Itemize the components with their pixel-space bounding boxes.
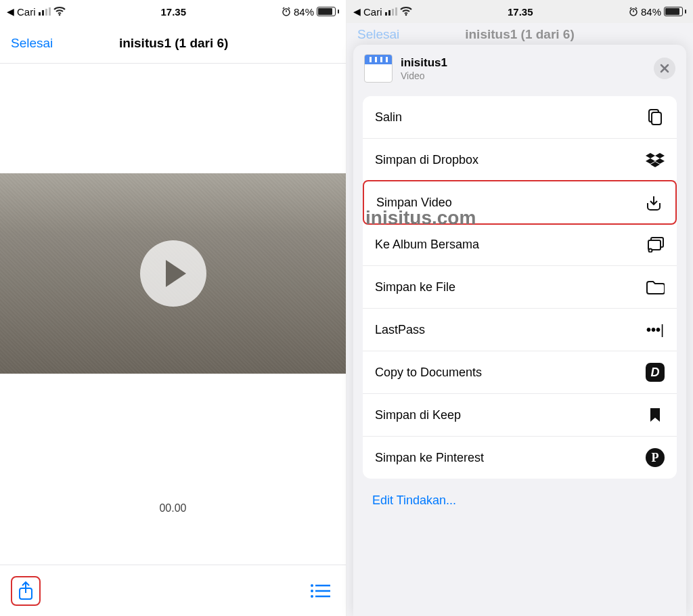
documents-app-icon: D	[646, 363, 665, 382]
back-caret-icon: ◀	[353, 6, 361, 17]
action-label: Simpan di Dropbox	[375, 153, 478, 167]
back-caret-icon: ◀	[7, 6, 14, 17]
video-file-icon	[364, 54, 393, 83]
svg-line-7	[283, 7, 284, 9]
share-button[interactable]	[11, 576, 41, 606]
file-title: inisitus1	[401, 56, 447, 70]
action-label: Simpan ke Pinterest	[375, 451, 484, 465]
svg-line-24	[635, 7, 637, 9]
svg-line-23	[630, 7, 631, 9]
action-label: Copy to Documents	[375, 366, 482, 380]
bookmark-icon	[646, 405, 665, 424]
action-lastpass[interactable]: LastPass•••|	[363, 309, 677, 351]
svg-point-20	[405, 14, 407, 16]
dropbox-icon	[646, 150, 665, 169]
svg-rect-19	[395, 7, 397, 16]
bottom-toolbar	[0, 565, 346, 616]
action-list: SalinSimpan di DropboxSimpan VideoKe Alb…	[363, 96, 677, 479]
download-icon	[644, 193, 663, 212]
action-dropbox[interactable]: Simpan di Dropbox	[363, 139, 677, 181]
battery-pct: 84%	[294, 6, 314, 18]
svg-rect-0	[39, 12, 41, 16]
alarm-icon	[282, 7, 291, 16]
svg-rect-2	[45, 9, 47, 16]
action-label: Salin	[375, 110, 402, 125]
svg-rect-18	[392, 9, 394, 16]
signal-icon	[39, 7, 51, 16]
page-title: inisitus1 (1 dari 6)	[12, 36, 335, 51]
action-download[interactable]: Simpan Video	[363, 180, 677, 225]
dimmed-nav: Selesai inisitus1 (1 dari 6)	[346, 23, 693, 46]
page-title-dimmed: inisitus1 (1 dari 6)	[465, 27, 575, 42]
battery-pct: 84%	[641, 6, 661, 18]
action-label: Simpan ke File	[375, 280, 455, 294]
svg-point-14	[311, 595, 313, 598]
close-button[interactable]	[654, 58, 675, 79]
battery-icon	[317, 7, 339, 16]
action-label: Simpan di Keep	[375, 408, 461, 422]
battery-icon	[664, 7, 686, 16]
video-area[interactable]	[0, 64, 346, 483]
copy-icon	[646, 108, 665, 127]
svg-rect-16	[385, 12, 387, 16]
status-back-label[interactable]: Cari	[363, 6, 382, 18]
action-folder[interactable]: Simpan ke File	[363, 266, 677, 309]
close-icon	[660, 64, 669, 73]
svg-point-31	[649, 249, 652, 252]
action-label: Ke Album Bersama	[375, 238, 479, 252]
play-icon	[166, 260, 186, 287]
action-label: Simpan Video	[376, 196, 452, 210]
folder-icon	[646, 278, 665, 296]
list-icon	[310, 584, 330, 598]
svg-rect-17	[388, 10, 390, 16]
alarm-icon	[629, 7, 638, 16]
action-label: LastPass	[375, 323, 425, 337]
action-copy[interactable]: Salin	[363, 96, 677, 139]
video-thumbnail[interactable]	[0, 173, 346, 374]
action-shared-album[interactable]: Ke Album Bersama	[363, 223, 677, 266]
status-bar: ◀ Cari 17.35 84%	[346, 0, 693, 23]
status-bar: ◀ Cari 17.35 84%	[0, 0, 346, 23]
svg-rect-3	[49, 7, 51, 16]
svg-rect-1	[42, 10, 44, 16]
signal-icon	[385, 7, 397, 16]
video-time-label: 00.00	[0, 502, 346, 514]
svg-line-8	[288, 7, 290, 9]
list-button[interactable]	[305, 576, 335, 606]
status-time: 17.35	[508, 6, 533, 18]
shared-album-icon	[646, 235, 665, 254]
action-documents-app[interactable]: Copy to DocumentsD	[363, 351, 677, 394]
nav-bar: Selesai inisitus1 (1 dari 6)	[0, 23, 346, 64]
wifi-icon	[400, 7, 412, 16]
svg-point-10	[311, 584, 313, 587]
status-time: 17.35	[160, 6, 186, 18]
action-bookmark[interactable]: Simpan di Keep	[363, 394, 677, 437]
edit-actions-button[interactable]: Edit Tindakan...	[353, 487, 686, 514]
play-button[interactable]	[140, 240, 206, 307]
lastpass-icon: •••|	[646, 320, 665, 339]
share-icon	[17, 581, 35, 601]
action-pinterest[interactable]: Simpan ke PinterestP	[363, 437, 677, 479]
status-back-label[interactable]: Cari	[17, 6, 36, 18]
file-subtitle: Video	[401, 70, 447, 81]
svg-point-4	[58, 14, 60, 16]
sheet-header: inisitus1 Video	[353, 45, 686, 96]
share-sheet: inisitus1 Video inisitus.com SalinSimpan…	[353, 45, 686, 616]
wifi-icon	[53, 7, 66, 16]
done-button-dimmed: Selesai	[357, 27, 399, 42]
pinterest-icon: P	[646, 448, 665, 467]
svg-point-12	[311, 590, 313, 592]
svg-rect-28	[652, 112, 661, 125]
